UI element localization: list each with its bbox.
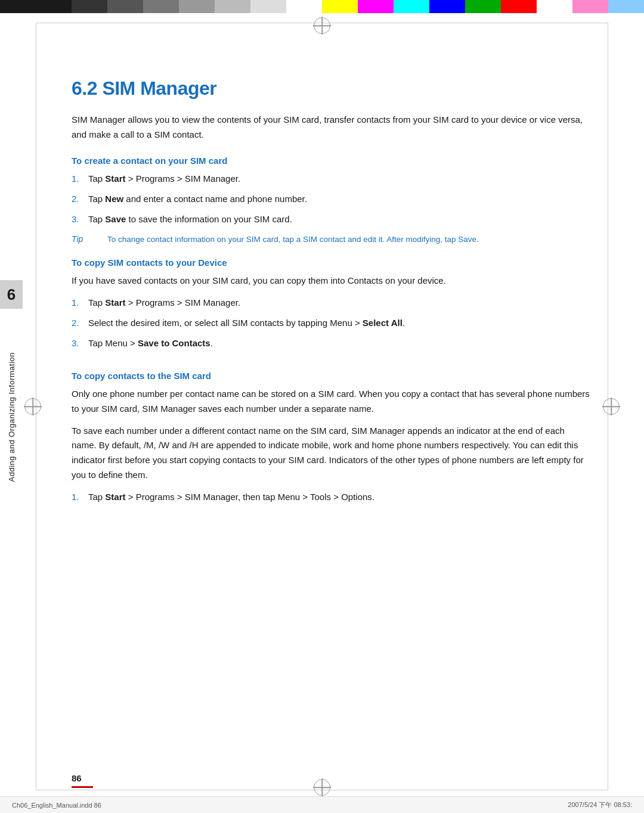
- intro-text: SIM Manager allows you to view the conte…: [72, 113, 590, 142]
- subsection-copy-to-device: To copy SIM contacts to your Device If y…: [72, 257, 590, 350]
- reg-mark-middle-right: [596, 392, 626, 421]
- section-title: 6.2 SIM Manager: [72, 77, 590, 100]
- step-text: Tap Start > Programs > SIM Manager.: [88, 296, 590, 310]
- step-num: 1.: [72, 296, 88, 310]
- page-number: 86: [72, 773, 82, 783]
- step-text: Select the desired item, or select all S…: [88, 316, 590, 330]
- step-num: 1.: [72, 490, 88, 504]
- chapter-label-container: Adding and Organizing Information: [0, 322, 23, 513]
- step-text: Tap Start > Programs > SIM Manager.: [88, 172, 590, 186]
- spacer: [72, 358, 590, 368]
- step-1-1: 1. Tap Start > Programs > SIM Manager.: [72, 172, 590, 186]
- step-text: Tap Menu > Save to Contacts.: [88, 336, 590, 350]
- tip-text: To change contact information on your SI…: [107, 234, 590, 246]
- step-text: Tap New and enter a contact name and pho…: [88, 192, 590, 206]
- step-1-2: 2. Tap New and enter a contact name and …: [72, 192, 590, 206]
- chapter-number: 6: [7, 286, 16, 304]
- subsection-create-contact: To create a contact on your SIM card 1. …: [72, 156, 590, 246]
- step-num: 3.: [72, 336, 88, 350]
- step-num: 1.: [72, 172, 88, 186]
- step-3-1: 1. Tap Start > Programs > SIM Manager, t…: [72, 490, 590, 504]
- subsection3-para1: Only one phone number per contact name c…: [72, 387, 590, 417]
- bottom-bar-right: 2007/5/24 下午 08:53:: [568, 800, 632, 809]
- subsection3-steps: 1. Tap Start > Programs > SIM Manager, t…: [72, 490, 590, 504]
- step-2-3: 3. Tap Menu > Save to Contacts.: [72, 336, 590, 350]
- subsection3-para2: To save each number under a different co…: [72, 424, 590, 483]
- page-number-text: 86: [72, 773, 82, 783]
- tip-box: Tip To change contact information on you…: [72, 234, 590, 246]
- step-num: 2.: [72, 192, 88, 206]
- step-num: 3.: [72, 212, 88, 226]
- subsection2-steps: 1. Tap Start > Programs > SIM Manager. 2…: [72, 296, 590, 350]
- chapter-number-tab: 6: [0, 280, 23, 309]
- chapter-label: Adding and Organizing Information: [7, 352, 16, 482]
- reg-mark-top-center: [307, 11, 337, 41]
- subsection2-title: To copy SIM contacts to your Device: [72, 257, 590, 268]
- step-1-3: 3. Tap Save to save the information on y…: [72, 212, 590, 226]
- main-content: 6.2 SIM Manager SIM Manager allows you t…: [72, 77, 590, 753]
- subsection2-intro: If you have saved contacts on your SIM c…: [72, 274, 590, 288]
- bottom-bar: Ch06_English_Manual.indd 86 2007/5/24 下午…: [0, 796, 644, 813]
- step-2-2: 2. Select the desired item, or select al…: [72, 316, 590, 330]
- subsection-copy-to-sim: To copy contacts to the SIM card Only on…: [72, 371, 590, 504]
- tip-label: Tip: [72, 234, 107, 244]
- subsection1-steps: 1. Tap Start > Programs > SIM Manager. 2…: [72, 172, 590, 226]
- step-num: 2.: [72, 316, 88, 330]
- page-number-underline: [72, 786, 93, 788]
- subsection3-title: To copy contacts to the SIM card: [72, 371, 590, 381]
- subsection1-title: To create a contact on your SIM card: [72, 156, 590, 166]
- step-2-1: 1. Tap Start > Programs > SIM Manager.: [72, 296, 590, 310]
- step-text: Tap Start > Programs > SIM Manager, then…: [88, 490, 590, 504]
- step-text: Tap Save to save the information on your…: [88, 212, 590, 226]
- bottom-bar-left: Ch06_English_Manual.indd 86: [12, 802, 101, 809]
